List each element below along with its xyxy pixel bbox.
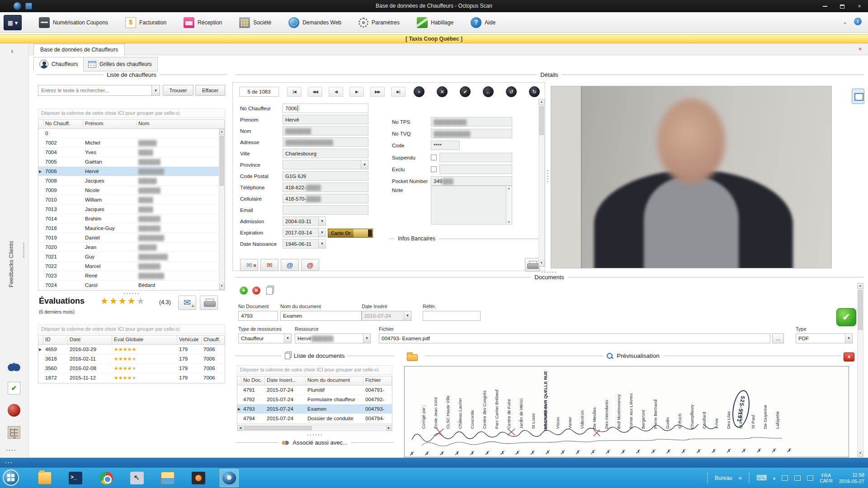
tab-grilles-des-chauffeurs[interactable]: Grilles des chauffeurs xyxy=(82,57,158,71)
fichier-field[interactable]: 004793- Examen.pdf xyxy=(379,333,770,343)
column-eval-globale[interactable]: Éval Globale xyxy=(112,336,177,344)
document-row[interactable]: 4794 2015-07-24 Dossier de conduite 0047… xyxy=(237,414,392,423)
ribbon-aide-button[interactable]: Aide xyxy=(469,16,497,29)
nom-document-field[interactable]: Examen xyxy=(280,311,362,321)
maximize-button[interactable] xyxy=(834,0,851,12)
tab-close-icon[interactable]: × xyxy=(857,46,863,52)
clear-button[interactable]: Effacer xyxy=(195,85,225,96)
field-input[interactable]: 1945-06-11 ▼ xyxy=(283,239,326,249)
chevron-down-icon[interactable]: ▼ xyxy=(318,217,326,225)
field-input[interactable]: 418-622-████ ▼ xyxy=(283,183,368,192)
cancel-edit-button[interactable]: ← xyxy=(483,86,494,97)
desktop-toolbar-label[interactable]: Bureau xyxy=(715,475,732,481)
ribbon-parametres-button[interactable]: Paramètres xyxy=(357,16,401,29)
drivers-group-hint[interactable]: Déposer la colonne de votre choix ICI po… xyxy=(38,108,225,118)
column-date-insert[interactable]: Date Insert... xyxy=(265,376,306,385)
add-record-button[interactable]: + xyxy=(414,86,425,97)
column-no-chauff[interactable]: No Chauff. xyxy=(43,120,83,128)
network-icon[interactable] xyxy=(794,475,801,481)
email-at-blue-button[interactable]: @ xyxy=(281,259,299,271)
add-document-button[interactable]: + xyxy=(238,286,249,296)
column-date[interactable]: Date xyxy=(68,336,112,344)
feedbacks-clients-label[interactable]: Feedbacks Clients xyxy=(8,179,14,287)
driver-row[interactable]: 7009 Nicole ██████ xyxy=(38,186,225,195)
form-scrollbar[interactable]: ▲ ▼ xyxy=(538,99,545,267)
ribbon-habillage-button[interactable]: Habillage xyxy=(415,16,455,29)
dock-grip[interactable] xyxy=(23,242,25,258)
driver-row[interactable]: 7014 Brahim ██████ xyxy=(38,214,225,224)
toolbar-overflow-icon[interactable]: » xyxy=(739,474,742,481)
app-menu-button[interactable]: ▦ ▾ xyxy=(4,15,22,30)
field-input[interactable]: ▼ xyxy=(283,160,368,169)
doc-list-group-hint[interactable]: Déposer la colonne de votre choix ICI po… xyxy=(237,365,392,375)
note-scrollbar[interactable] xyxy=(506,186,512,224)
print-evaluations-button[interactable] xyxy=(200,296,218,310)
chevron-down-icon[interactable]: ▼ xyxy=(284,334,291,343)
chevron-down-icon[interactable]: ▼ xyxy=(361,160,368,169)
date-insere-field[interactable]: 2015-07-24▼ xyxy=(362,311,411,321)
driver-row[interactable]: 7020 Jean █████ xyxy=(38,243,225,252)
language-indicator[interactable]: FRACAFR xyxy=(820,473,833,483)
photo-tool-icon[interactable] xyxy=(852,89,864,104)
driver-row[interactable]: 7022 Marcel ██████ xyxy=(38,262,225,271)
column-nom[interactable]: Nom xyxy=(137,120,225,128)
driver-row[interactable]: 7023 René ███████ xyxy=(38,271,225,281)
note-textarea[interactable] xyxy=(431,186,512,225)
column-no-doc[interactable]: No Doc. xyxy=(241,376,265,385)
driver-row[interactable]: 7002 Michel █████ xyxy=(38,138,225,148)
no-document-field[interactable]: 4793 xyxy=(238,311,278,321)
field-input[interactable]: 418-570-████ ▼ xyxy=(283,194,368,203)
ribbon-facturation-button[interactable]: Facturation xyxy=(123,16,168,29)
ribbon-collapse-icon[interactable]: ⌄ xyxy=(843,19,847,25)
info-icon[interactable]: i xyxy=(854,18,862,25)
driver-row[interactable]: 7021 Guy ████████ xyxy=(38,252,225,262)
driver-row[interactable]: 7013 Jacques ████ xyxy=(38,205,225,214)
document-row[interactable]: 4792 2015-07-24 Formulaire chauffeur 004… xyxy=(237,395,392,404)
driver-row[interactable]: ▶ 7006 Hervé ███████ xyxy=(38,167,225,176)
field-input[interactable]: 2017-03-14 ▼ xyxy=(283,228,326,237)
details-splitter-grip[interactable] xyxy=(541,271,557,273)
media-icon[interactable] xyxy=(189,469,208,487)
nav-prev-page-button[interactable]: ◀◀ xyxy=(308,87,322,97)
column-nom-document[interactable]: Nom du document xyxy=(306,376,363,385)
column-id[interactable]: ID xyxy=(43,336,68,344)
remote-icon[interactable] xyxy=(127,469,146,487)
powershell-icon[interactable] xyxy=(66,469,85,487)
chevron-down-icon[interactable]: ▼ xyxy=(363,334,370,343)
start-button[interactable] xyxy=(3,469,19,486)
keyboard-icon[interactable]: ⌨ xyxy=(756,474,767,482)
code-field[interactable]: **** xyxy=(431,141,460,150)
email-at-red-button[interactable]: @ xyxy=(301,259,319,271)
driver-row[interactable]: 0 xyxy=(38,129,225,138)
ribbon-demandes-web-button[interactable]: Demandes Web xyxy=(287,16,343,29)
clock[interactable]: 11:582016-05-27 xyxy=(839,472,864,484)
evaluation-row[interactable]: 3618 2016-02-11 ★★★★★ 179 7006 xyxy=(38,354,225,364)
drivers-scrollbar[interactable]: ▲ ▼ xyxy=(219,129,225,290)
nav-prev-button[interactable]: ◀ xyxy=(329,87,343,97)
driver-row[interactable]: 7005 Gaétan ██████ xyxy=(38,157,225,167)
field-input[interactable]: ▼ xyxy=(283,205,368,215)
browse-file-button[interactable]: ... xyxy=(772,333,784,343)
associe-label[interactable]: Associé aussi avec... xyxy=(292,439,347,446)
carte-or-slider[interactable] xyxy=(354,229,373,237)
doc-list-splitter-grip[interactable] xyxy=(307,434,323,436)
dock-collapse-icon[interactable]: ⌄ xyxy=(12,433,17,440)
nav-first-button[interactable]: |◀ xyxy=(287,87,302,97)
chrome-icon[interactable] xyxy=(97,469,116,487)
chevron-down-icon[interactable]: ▼ xyxy=(845,334,852,343)
close-button[interactable]: × xyxy=(851,0,868,12)
field-input[interactable]: 2004-03-11 ▼ xyxy=(283,216,326,226)
tab-base-de-donnees-chauffeurs[interactable]: Base de données de Chauffeurs xyxy=(33,44,125,55)
tab-chauffeurs[interactable]: Chauffeurs xyxy=(33,57,84,71)
no-tvq-field[interactable]: ██████████ xyxy=(431,129,512,138)
tray-expand-icon[interactable]: ▴ xyxy=(773,475,775,480)
validate-document-button[interactable]: ✔ xyxy=(836,308,856,326)
dock-more-dots[interactable] xyxy=(5,449,16,451)
driver-row[interactable]: 7008 Jacques █████ xyxy=(38,176,225,186)
file-explorer-icon[interactable] xyxy=(35,469,54,487)
close-preview-button[interactable]: × xyxy=(844,352,854,361)
exclu-checkbox[interactable] xyxy=(431,166,437,172)
send-email-button[interactable]: ✉ xyxy=(240,259,258,271)
ressource-combo[interactable]: Hervé ██████▼ xyxy=(295,333,371,343)
evaluations-group-hint[interactable]: Déposer la colonne de votre choix ICI po… xyxy=(38,324,225,334)
